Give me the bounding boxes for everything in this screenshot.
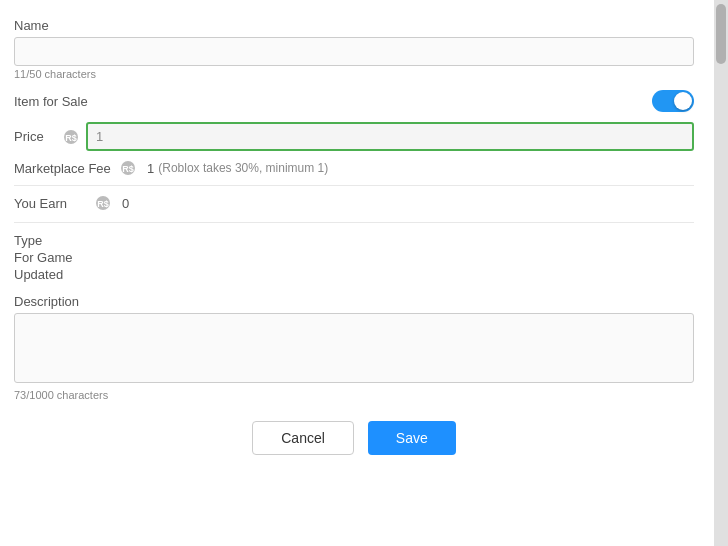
scrollbar[interactable] xyxy=(714,0,728,546)
robux-icon-fee: R$ xyxy=(119,159,137,177)
cancel-button[interactable]: Cancel xyxy=(252,421,354,455)
name-input[interactable] xyxy=(14,37,694,66)
marketplace-fee-value: 1 xyxy=(147,161,154,176)
svg-text:R$: R$ xyxy=(122,164,134,174)
name-field-row: Name 11/50 characters xyxy=(14,18,694,80)
type-label: Type xyxy=(14,233,694,248)
marketplace-fee-note: (Roblox takes 30%, minimum 1) xyxy=(158,161,328,175)
price-label: Price xyxy=(14,129,54,144)
price-row: Price R$ xyxy=(14,122,694,151)
you-earn-value: 0 xyxy=(122,196,129,211)
name-char-count: 11/50 characters xyxy=(14,68,694,80)
description-row: Description 73/1000 characters xyxy=(14,294,694,401)
robux-icon-price: R$ xyxy=(62,128,80,146)
you-earn-row: You Earn R$ 0 xyxy=(14,194,694,223)
toggle-thumb xyxy=(674,92,692,110)
svg-text:R$: R$ xyxy=(97,199,109,209)
scrollbar-thumb xyxy=(716,4,726,64)
marketplace-fee-label: Marketplace Fee xyxy=(14,161,119,176)
main-panel: Name 11/50 characters Item for Sale Pric… xyxy=(0,0,714,546)
type-row: Type For Game Updated xyxy=(14,233,694,284)
price-input-wrapper xyxy=(86,122,694,151)
item-for-sale-label: Item for Sale xyxy=(14,94,88,109)
you-earn-label: You Earn xyxy=(14,196,94,211)
item-for-sale-row: Item for Sale xyxy=(14,90,694,112)
svg-text:R$: R$ xyxy=(65,133,77,143)
updated-label: Updated xyxy=(14,267,694,282)
name-label: Name xyxy=(14,18,694,33)
description-textarea[interactable] xyxy=(14,313,694,383)
save-button[interactable]: Save xyxy=(368,421,456,455)
price-input[interactable] xyxy=(88,124,692,149)
robux-icon-earn: R$ xyxy=(94,194,112,212)
description-label: Description xyxy=(14,294,694,309)
item-for-sale-toggle[interactable] xyxy=(652,90,694,112)
page-wrapper: Name 11/50 characters Item for Sale Pric… xyxy=(0,0,728,546)
buttons-row: Cancel Save xyxy=(14,421,694,455)
desc-char-count: 73/1000 characters xyxy=(14,389,694,401)
marketplace-fee-row: Marketplace Fee R$ 1 (Roblox takes 30%, … xyxy=(14,159,694,186)
for-game-label: For Game xyxy=(14,250,694,265)
